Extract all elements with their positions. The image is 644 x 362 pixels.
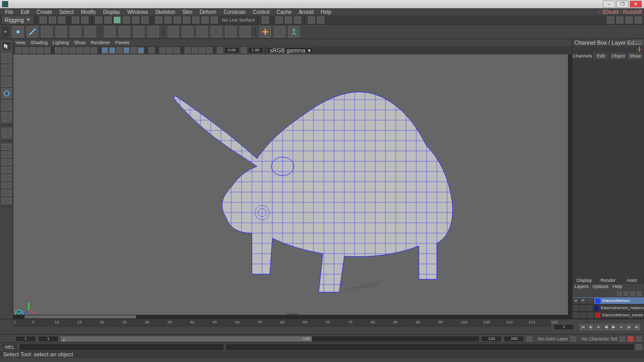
safe-title-icon[interactable] bbox=[91, 47, 97, 53]
shelf-tab-icon[interactable]: ▸ bbox=[2, 26, 9, 37]
layer-row[interactable]: VPElasmotherium bbox=[573, 297, 644, 304]
menu-edit[interactable]: Edit bbox=[17, 9, 32, 15]
menu-skin[interactable]: Skin bbox=[179, 9, 195, 15]
panel-menu-panels[interactable]: Panels bbox=[115, 40, 130, 45]
close-button[interactable]: ✕ bbox=[630, 1, 642, 8]
mesh-elasmotherium[interactable] bbox=[98, 59, 488, 315]
grid-icon[interactable] bbox=[55, 47, 61, 53]
use-lights-icon[interactable] bbox=[123, 47, 130, 53]
smooth-shade-icon[interactable] bbox=[109, 47, 115, 53]
panel-toggle3-icon[interactable] bbox=[625, 16, 633, 24]
step-back-key-icon[interactable]: ◂| bbox=[587, 323, 594, 331]
snap-grid-icon[interactable] bbox=[155, 16, 162, 24]
menu-create[interactable]: Create bbox=[33, 9, 55, 15]
panel-opt2-icon[interactable] bbox=[639, 40, 643, 44]
ipr-render-icon[interactable] bbox=[285, 16, 292, 24]
command-input[interactable] bbox=[20, 344, 224, 350]
lattice-icon[interactable] bbox=[182, 26, 193, 37]
detach-skin-icon[interactable] bbox=[119, 26, 130, 37]
autokey-icon[interactable] bbox=[619, 336, 625, 342]
gate-mask-icon[interactable] bbox=[77, 47, 83, 53]
move-tool[interactable] bbox=[2, 77, 12, 87]
current-frame-field[interactable]: 1 bbox=[554, 324, 574, 330]
layer-color-swatch[interactable] bbox=[595, 313, 600, 318]
nonlinear-icon[interactable] bbox=[240, 26, 251, 37]
layout-4view-icon[interactable] bbox=[2, 144, 12, 150]
layer-vis-toggle[interactable]: V bbox=[573, 298, 580, 304]
exposure-reset-icon[interactable] bbox=[217, 47, 223, 53]
constraint-point-icon[interactable] bbox=[274, 26, 285, 37]
menu-deform[interactable]: Deform bbox=[196, 9, 219, 15]
menu-help[interactable]: Help bbox=[318, 9, 335, 15]
layer-playback-toggle[interactable]: P bbox=[580, 298, 587, 304]
layer-vis-toggle[interactable] bbox=[573, 312, 580, 318]
insert-joint-icon[interactable] bbox=[56, 26, 67, 37]
menu-cache[interactable]: Cache bbox=[273, 9, 295, 15]
paint-weights-icon[interactable] bbox=[133, 26, 144, 37]
script-editor-icon[interactable] bbox=[636, 344, 642, 350]
gamma-reset-icon[interactable] bbox=[241, 47, 247, 53]
time-ruler[interactable]: 1510152025303540455055606570758085909510… bbox=[14, 320, 551, 327]
orient-joint-icon[interactable] bbox=[84, 26, 96, 37]
menu-windows[interactable]: Windows bbox=[124, 9, 151, 15]
safe-action-icon[interactable] bbox=[84, 47, 90, 53]
panel-opt1-icon[interactable] bbox=[634, 40, 638, 44]
image-plane-icon[interactable] bbox=[37, 47, 43, 53]
lock-camera-icon[interactable] bbox=[23, 47, 29, 53]
select-mode-icon[interactable] bbox=[95, 16, 102, 24]
menu-arnold[interactable]: Arnold bbox=[296, 9, 317, 15]
ik-handle-icon[interactable] bbox=[27, 26, 38, 37]
menu-skeleton[interactable]: Skeleton bbox=[152, 9, 178, 15]
render-view-icon[interactable] bbox=[308, 16, 315, 24]
layout-custom4-icon[interactable] bbox=[2, 198, 12, 204]
playback-start-field[interactable]: 1 bbox=[38, 336, 59, 342]
constraint-parent-icon[interactable] bbox=[260, 26, 271, 37]
exposure-field[interactable]: 0.00 bbox=[224, 47, 240, 53]
char-set-icon[interactable] bbox=[570, 336, 576, 342]
snap-curve-icon[interactable] bbox=[164, 16, 172, 24]
layer-vis-toggle[interactable] bbox=[573, 305, 579, 311]
layer-playback-toggle[interactable] bbox=[580, 312, 587, 318]
layer-color-swatch[interactable] bbox=[594, 306, 599, 311]
undo-icon[interactable] bbox=[72, 16, 79, 24]
layout-custom3-icon[interactable] bbox=[2, 190, 12, 196]
module-selector[interactable]: Rigging ▼ bbox=[2, 16, 33, 24]
hypershade-icon[interactable] bbox=[317, 16, 324, 24]
isolate-icon[interactable] bbox=[149, 47, 155, 53]
live-surface-icon[interactable] bbox=[211, 16, 218, 24]
textured-icon[interactable] bbox=[116, 47, 122, 53]
step-fwd-key-icon[interactable]: |▸ bbox=[625, 323, 633, 331]
char-set-dropdown[interactable]: No Character Set bbox=[581, 336, 617, 341]
select-comp-icon[interactable] bbox=[123, 16, 130, 24]
color-space-dropdown[interactable]: sRGB gamma ▾ bbox=[267, 47, 314, 53]
layout-custom2-icon[interactable] bbox=[2, 182, 12, 188]
exposure-icon[interactable] bbox=[185, 47, 191, 53]
xray-icon[interactable] bbox=[159, 47, 165, 53]
panel-menu-renderer[interactable]: Renderer bbox=[90, 40, 110, 45]
layer-new-empty-icon[interactable] bbox=[630, 291, 635, 296]
script-lang-dropdown[interactable]: MEL bbox=[2, 344, 17, 350]
panel-toggle4-icon[interactable] bbox=[635, 16, 642, 24]
go-start-icon[interactable]: |◂ bbox=[579, 323, 586, 331]
tab-anim[interactable]: Anim bbox=[620, 277, 644, 284]
viewport-scrollbar-v[interactable] bbox=[568, 54, 572, 319]
snap-center-icon[interactable] bbox=[201, 16, 209, 24]
wireframe-shaded-icon[interactable] bbox=[138, 47, 144, 53]
2d-pan-icon[interactable] bbox=[44, 47, 50, 53]
viewport[interactable]: persp bbox=[13, 54, 572, 319]
xray-joints-icon[interactable] bbox=[167, 47, 173, 53]
menu-display[interactable]: Display bbox=[100, 9, 123, 15]
step-back-icon[interactable]: ◂ bbox=[595, 323, 602, 331]
layer-move-up-icon[interactable] bbox=[617, 291, 622, 296]
scale-tool[interactable] bbox=[2, 100, 12, 110]
set-key-icon[interactable] bbox=[628, 336, 634, 342]
layout-single-icon[interactable] bbox=[2, 128, 12, 138]
cluster-icon[interactable] bbox=[168, 26, 179, 37]
panel-toggle2-icon[interactable] bbox=[616, 16, 623, 24]
range-start-field[interactable]: 1 bbox=[15, 336, 36, 342]
layer-move-down-icon[interactable] bbox=[623, 291, 629, 296]
select-mask2-icon[interactable] bbox=[141, 16, 149, 24]
layer-new-selected-icon[interactable] bbox=[637, 291, 642, 296]
layout-persp-outliner-icon[interactable] bbox=[2, 151, 12, 158]
new-scene-icon[interactable] bbox=[40, 16, 47, 24]
